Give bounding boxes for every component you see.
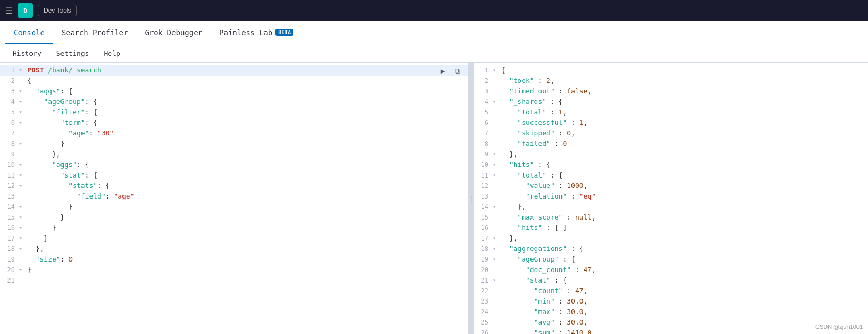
line-number: 8 xyxy=(474,139,493,149)
table-row: 11▾ "stat": { xyxy=(0,170,468,181)
fold-arrow[interactable]: ▾ xyxy=(493,233,500,242)
table-row: 9▾ }, xyxy=(474,149,868,160)
table-row: 10▾ "hits" : { xyxy=(474,160,868,170)
fold-arrow[interactable]: ▾ xyxy=(493,149,500,158)
fold-arrow xyxy=(493,191,500,192)
line-content: "avg" : 30.0, xyxy=(500,317,868,328)
line-content: { xyxy=(500,65,868,76)
editor-toolbar: ▶ ⧉ xyxy=(437,65,463,77)
right-code-editor[interactable]: 1▾{2 "took" : 2,3 "timed_out" : false,4▾… xyxy=(474,63,868,334)
fold-arrow[interactable]: ▾ xyxy=(493,202,500,211)
line-content: "failed" : 0 xyxy=(500,139,868,149)
fold-arrow xyxy=(493,265,500,266)
line-content: "sum" : 1410.0 xyxy=(500,328,868,334)
watermark: CSDN @zjun1001 xyxy=(815,323,863,330)
line-content: "stat": { xyxy=(26,170,468,181)
line-content: "_shards" : { xyxy=(500,97,868,107)
fold-arrow xyxy=(493,76,500,77)
fold-arrow[interactable]: ▾ xyxy=(493,97,500,106)
table-row: 4▾ "ageGroup": { xyxy=(0,97,468,107)
line-content: "filter": { xyxy=(26,107,468,118)
table-row: 1▾POST /bank/_search xyxy=(0,65,468,76)
line-number: 11 xyxy=(0,170,19,180)
fold-arrow[interactable]: ▾ xyxy=(19,160,26,169)
line-content: "stat" : { xyxy=(500,275,868,286)
fold-arrow[interactable]: ▾ xyxy=(19,244,26,253)
table-row: 8 "failed" : 0 xyxy=(474,139,868,149)
tab-grok-debugger[interactable]: Grok Debugger xyxy=(136,22,211,44)
sub-nav: History Settings Help xyxy=(0,44,868,63)
line-content: "hits" : { xyxy=(500,160,868,170)
run-icon[interactable]: ▶ xyxy=(437,65,448,77)
line-number: 20 xyxy=(0,265,19,275)
fold-arrow xyxy=(493,286,500,287)
table-row: 5▾ "filter": { xyxy=(0,107,468,118)
fold-arrow xyxy=(493,107,500,108)
tab-search-profiler[interactable]: Search Profiler xyxy=(53,22,136,44)
fold-arrow xyxy=(493,317,500,318)
table-row: 13 "field": "age" xyxy=(0,191,468,202)
fold-arrow[interactable]: ▾ xyxy=(19,170,26,179)
fold-arrow[interactable]: ▾ xyxy=(19,265,26,274)
fold-arrow[interactable]: ▾ xyxy=(19,223,26,232)
fold-arrow[interactable]: ▾ xyxy=(19,202,26,211)
fold-arrow[interactable]: ▾ xyxy=(19,107,26,116)
line-number: 3 xyxy=(0,86,19,96)
line-number: 13 xyxy=(0,191,19,201)
fold-arrow[interactable]: ▾ xyxy=(493,65,500,74)
subnav-help[interactable]: Help xyxy=(96,44,127,62)
fold-arrow[interactable]: ▾ xyxy=(493,244,500,253)
fold-arrow xyxy=(19,76,26,77)
line-number: 19 xyxy=(0,254,19,264)
table-row: 2 "took" : 2, xyxy=(474,76,868,86)
editor-layout: ▶ ⧉ 1▾POST /bank/_search2{3▾ "aggs": {4▾… xyxy=(0,63,868,334)
left-code-editor[interactable]: 1▾POST /bank/_search2{3▾ "aggs": {4▾ "ag… xyxy=(0,63,468,334)
line-content: } xyxy=(26,223,468,233)
table-row: 17▾ }, xyxy=(474,233,868,244)
fold-arrow[interactable]: ▾ xyxy=(19,181,26,190)
fold-arrow[interactable]: ▾ xyxy=(493,254,500,263)
line-number: 25 xyxy=(474,317,493,327)
line-number: 15 xyxy=(474,212,493,222)
line-number: 20 xyxy=(474,265,493,275)
tab-painless-lab[interactable]: Painless Lab BETA xyxy=(211,22,302,44)
fold-arrow[interactable]: ▾ xyxy=(19,118,26,127)
fold-arrow[interactable]: ▾ xyxy=(19,97,26,106)
left-panel: ▶ ⧉ 1▾POST /bank/_search2{3▾ "aggs": {4▾… xyxy=(0,63,469,334)
tab-console[interactable]: Console xyxy=(5,22,53,44)
dev-tools-button[interactable]: Dev Tools xyxy=(38,5,77,16)
line-number: 3 xyxy=(474,86,493,96)
fold-arrow[interactable]: ▾ xyxy=(493,170,500,179)
fold-arrow[interactable]: ▾ xyxy=(19,233,26,242)
fold-arrow[interactable]: ▾ xyxy=(19,86,26,95)
fold-arrow xyxy=(493,328,500,329)
subnav-history[interactable]: History xyxy=(5,44,49,62)
line-content: "took" : 2, xyxy=(500,76,868,86)
hamburger-icon[interactable]: ☰ xyxy=(5,6,13,16)
fold-arrow[interactable]: ▾ xyxy=(19,139,26,148)
line-content: }, xyxy=(500,149,868,160)
line-content: "field": "age" xyxy=(26,191,468,202)
fold-arrow[interactable]: ▾ xyxy=(19,212,26,221)
line-number: 11 xyxy=(474,170,493,180)
table-row: 8▾ } xyxy=(0,139,468,149)
line-number: 6 xyxy=(0,118,19,128)
copy-icon[interactable]: ⧉ xyxy=(452,65,463,77)
fold-arrow xyxy=(493,307,500,308)
table-row: 7 "age": "30" xyxy=(0,128,468,139)
fold-arrow[interactable]: ▾ xyxy=(493,160,500,169)
fold-arrow[interactable]: ▾ xyxy=(493,275,500,284)
subnav-settings[interactable]: Settings xyxy=(49,44,97,62)
fold-arrow[interactable]: ▾ xyxy=(19,65,26,74)
table-row: 18▾ "aggregations" : { xyxy=(474,244,868,254)
line-number: 17 xyxy=(0,233,19,243)
fold-arrow xyxy=(493,296,500,297)
table-row: 21▾ "stat" : { xyxy=(474,275,868,286)
fold-arrow xyxy=(493,139,500,140)
beta-badge: BETA xyxy=(275,29,293,36)
resize-handle[interactable]: ⋮ xyxy=(469,63,474,334)
table-row: 16 "hits" : [ ] xyxy=(474,223,868,233)
line-content: "total" : { xyxy=(500,170,868,181)
line-number: 21 xyxy=(474,275,493,285)
line-number: 4 xyxy=(474,97,493,107)
